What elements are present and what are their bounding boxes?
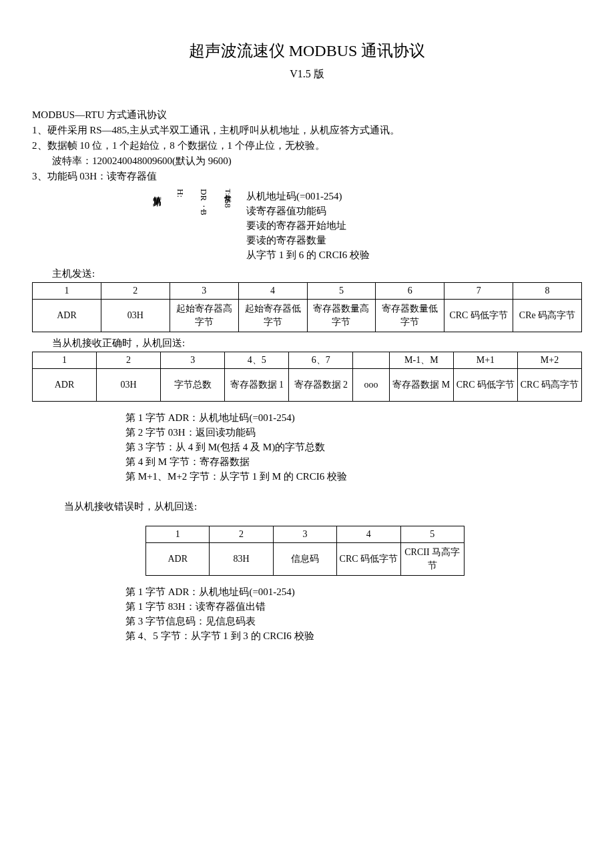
td: 字节总数 — [161, 368, 225, 401]
th: 7 — [444, 282, 513, 299]
version-label: V1.5 版 — [32, 67, 582, 81]
td: ADR — [33, 299, 101, 332]
table-header-row: 1 2 3 4、5 6、7 M-1、M M+1 M+2 — [33, 352, 582, 368]
def-item-1: 从机地址码(=001-254) — [246, 189, 370, 203]
th: 2 — [210, 526, 273, 542]
rot-col-2: H: — [175, 189, 186, 197]
th: M-1、M — [389, 352, 453, 368]
th: M+1 — [453, 352, 517, 368]
td: 83H — [210, 542, 273, 575]
th: 1 — [33, 282, 101, 299]
host-send-table: 1 2 3 4 5 6 7 8 ADR 03H 起始寄存器高字节 起始寄存器低字… — [32, 282, 582, 332]
def-item-4: 要读的寄存器数量 — [246, 234, 370, 248]
rotated-definition-block: 第第第第 H: DR：B 佳常T: 468 从机地址码(=001-254) 读寄… — [152, 189, 582, 263]
rot-col-4: 佳常T: — [224, 189, 232, 195]
th: 4 — [238, 282, 307, 299]
th: 2 — [97, 352, 161, 368]
paragraph-3: 3、功能码 03H：读寄存器值 — [32, 169, 582, 183]
notes-err: 第 1 字节 ADR：从机地址码(=001-254) 第 1 字节 83H：读寄… — [125, 585, 582, 643]
note-line: 第 1 字节 ADR：从机地址码(=001-254) — [125, 411, 582, 425]
slave-err-label: 当从机接收错误时，从机回送: — [64, 500, 582, 514]
note-line: 第 1 字节 83H：读寄存器值出错 — [125, 600, 582, 614]
td: CRC 码低字节 — [337, 542, 400, 575]
table-row: ADR 03H 字节总数 寄存器数据 1 寄存器数据 2 ooo 寄存器数据 M… — [33, 368, 582, 401]
th — [353, 352, 389, 368]
td: ADR — [33, 368, 97, 401]
th: 4 — [337, 526, 400, 542]
th: 6、7 — [289, 352, 353, 368]
td: 寄存器数据 2 — [289, 368, 353, 401]
table-header-row: 1 2 3 4 5 6 7 8 — [33, 282, 582, 299]
td: 寄存器数量高字节 — [307, 299, 376, 332]
note-line: 第 2 字节 03H：返回读功能码 — [125, 426, 582, 440]
th: M+2 — [517, 352, 581, 368]
td: ADR — [146, 542, 210, 575]
paragraph-1: 1、硬件采用 RS—485,主从式半双工通讯，主机呼叫从机地址，从机应答方式通讯… — [32, 123, 582, 137]
td: CRC 码高字节 — [517, 368, 581, 401]
th: 2 — [101, 282, 170, 299]
th: 3 — [161, 352, 225, 368]
th: 5 — [307, 282, 376, 299]
definition-list: 从机地址码(=001-254) 读寄存器值功能码 要读的寄存器开始地址 要读的寄… — [246, 189, 370, 263]
note-line: 第 4、5 字节：从字节 1 到 3 的 CRCI6 校验 — [125, 629, 582, 643]
slave-err-table: 1 2 3 4 5 ADR 83H 信息码 CRC 码低字节 CRCII 马高字… — [145, 526, 465, 576]
td: 寄存器数据 1 — [225, 368, 289, 401]
td: 信息码 — [273, 542, 336, 575]
paragraph-2-baud: 波特率：1200240048009600(默认为 9600) — [32, 154, 582, 168]
th: 1 — [33, 352, 97, 368]
def-item-5: 从字节 1 到 6 的 CRCI6 校验 — [246, 248, 370, 262]
protocol-heading: MODBUS—RTU 方式通讯协议 — [32, 108, 582, 122]
host-send-label: 主机发送: — [52, 267, 582, 281]
th: 3 — [170, 282, 238, 299]
note-line: 第 1 字节 ADR：从机地址码(=001-254) — [125, 585, 582, 599]
td: CRe 码高字节 — [513, 299, 582, 332]
td: 03H — [101, 299, 170, 332]
td: CRCII 马高字节 — [400, 542, 464, 575]
td: ooo — [353, 368, 389, 401]
th: 5 — [400, 526, 464, 542]
td: CRC 码低字节 — [444, 299, 513, 332]
th: 4、5 — [225, 352, 289, 368]
note-line: 第 3 字节信息码：见信息码表 — [125, 614, 582, 628]
table-row: ADR 03H 起始寄存器高字节 起始寄存器低字节 寄存器数量高字节 寄存器数量… — [33, 299, 582, 332]
th: 3 — [273, 526, 336, 542]
td: CRC 码低字节 — [453, 368, 517, 401]
slave-ok-label: 当从机接收正确时，从机回送: — [52, 336, 582, 350]
th: 6 — [376, 282, 444, 299]
td: 起始寄存器低字节 — [238, 299, 307, 332]
th: 1 — [146, 526, 210, 542]
def-item-3: 要读的寄存器开始地址 — [246, 219, 370, 233]
td: 寄存器数量低字节 — [376, 299, 444, 332]
rot-col-1: 第第第第 — [152, 189, 162, 191]
table-row: ADR 83H 信息码 CRC 码低字节 CRCII 马高字节 — [146, 542, 465, 575]
rot-col-3: DR：B — [199, 189, 210, 215]
note-line: 第 M+1、M+2 字节：从字节 1 到 M 的 CRCI6 校验 — [125, 470, 582, 484]
paragraph-2: 2、数据帧 10 位，1 个起始位，8 个数据位，1 个停止位，无校验。 — [32, 139, 582, 153]
th: 8 — [513, 282, 582, 299]
note-line: 第 4 到 M 字节：寄存器数据 — [125, 455, 582, 469]
rot-col-5: 468 — [222, 195, 233, 208]
table-header-row: 1 2 3 4 5 — [146, 526, 465, 542]
def-item-2: 读寄存器值功能码 — [246, 204, 370, 218]
td: 起始寄存器高字节 — [170, 299, 238, 332]
notes-ok: 第 1 字节 ADR：从机地址码(=001-254) 第 2 字节 03H：返回… — [125, 411, 582, 484]
slave-ok-table: 1 2 3 4、5 6、7 M-1、M M+1 M+2 ADR 03H 字节总数… — [32, 352, 582, 402]
td: 03H — [97, 368, 161, 401]
page-title: 超声波流速仪 MODBUS 通讯协议 — [32, 40, 582, 63]
td: 寄存器数据 M — [389, 368, 453, 401]
note-line: 第 3 字节：从 4 到 M(包括 4 及 M)的字节总数 — [125, 440, 582, 454]
